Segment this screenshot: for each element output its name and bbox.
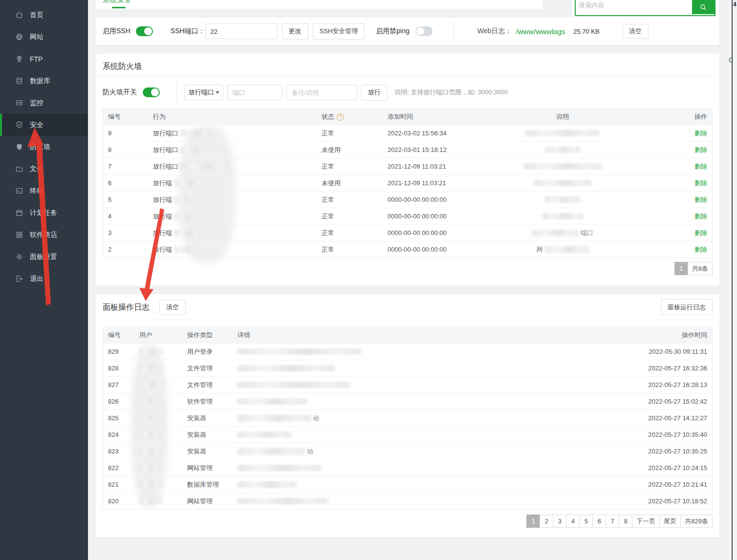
sidebar-item-cron[interactable]: 计划任务 [0,202,88,224]
redacted-text [139,497,162,505]
table-row: 825 安装器 动 2022-05-27 14:12:27 [103,409,712,426]
port-input[interactable] [227,85,282,100]
col-id: 编号 [103,112,148,121]
page-button[interactable]: 4 [566,515,580,528]
redacted-text [139,431,160,438]
panel-runlog-button[interactable]: 面板运行日志 [661,299,713,315]
globe-icon [15,33,23,41]
ssh-port-input[interactable] [205,23,278,39]
col-type: 操作类型 [182,331,233,340]
page-button[interactable]: 1 [674,262,688,275]
delete-link[interactable]: 删除 [694,146,707,153]
sidebar-item-logout[interactable]: 退出 [0,268,88,290]
redacted-text [139,481,161,488]
redacted-text [523,163,602,170]
sidebar-item-home[interactable]: 首页 [0,4,88,26]
page-button[interactable]: 6 [592,515,606,528]
redacted-text [545,196,580,203]
note-input[interactable] [286,85,357,100]
firewall-toggle[interactable] [143,87,160,97]
right-edge-sliver: 4 C [728,0,737,560]
log-clear-button[interactable]: 清空 [159,300,186,315]
redacted-text [238,381,350,388]
table-row: 8 放行端口 未使用 2022-03-01 15:18:12 删除 [103,141,712,158]
delete-link[interactable]: 删除 [694,196,707,203]
status-help-icon[interactable]: ? [337,113,344,121]
sidebar-item-label: 文件 [30,165,43,173]
change-port-button[interactable]: 更改 [282,23,308,40]
page-button[interactable]: 1 [526,515,540,528]
toggle-knob [151,88,159,96]
divider [96,320,719,320]
table-row: 820 网站管理 2022-05-27 10:18:52 [103,493,712,509]
weblog-label: Web日志： [477,27,512,36]
window-edge-line [732,0,733,560]
sidebar-item-label: FTP [30,55,43,63]
sidebar-item-firewall[interactable]: 防火墙 [0,136,88,158]
redacted-text [174,179,203,187]
col-detail: 详情 [233,331,609,340]
rule-type-value: 放行端口 [189,88,214,97]
sidebar-item-label: 安全 [30,121,43,129]
weblog-clear-button[interactable]: 清空 [622,24,649,39]
tab-label: 系统安全 [103,0,145,4]
sidebar-item-label: 计划任务 [30,209,57,217]
rule-type-select[interactable]: 放行端口 [184,85,223,100]
sidebar-item-database[interactable]: 数据库 [0,70,88,92]
search-icon [699,3,707,11]
delete-link[interactable]: 删除 [694,229,707,237]
next-page-button[interactable]: 下一页 [632,515,660,528]
toggle-knob [144,27,152,35]
page-button[interactable]: 5 [579,515,593,528]
delete-link[interactable]: 删除 [694,213,707,220]
search-button[interactable] [692,0,715,14]
col-note: 说明 [505,112,674,121]
ssh-toggle[interactable] [136,26,153,36]
delete-link[interactable]: 删除 [694,179,707,187]
col-user: 用户 [134,331,182,340]
redacted-text [238,414,311,422]
page-button[interactable]: 7 [606,515,619,528]
sidebar-item-website[interactable]: 网站 [0,26,88,48]
page-button[interactable]: 3 [553,515,566,528]
redacted-text [238,464,322,472]
redacted-text [238,431,291,438]
sidebar-item-ftp[interactable]: FTP [0,48,88,70]
redacted-text [545,246,589,253]
folder-icon [15,165,23,173]
redacted-text [139,348,163,355]
ping-toggle[interactable] [415,26,433,36]
redacted-text [238,398,307,405]
page-button[interactable]: 2 [540,515,553,528]
delete-link[interactable]: 删除 [694,129,707,137]
tab-strip: 系统安全 [96,0,542,9]
delete-link[interactable]: 删除 [694,246,707,253]
allow-button[interactable]: 放行 [361,85,388,101]
redacted-text [532,229,579,237]
sidebar-item-label: 监控 [30,99,43,108]
sidebar-item-monitor[interactable]: 监控 [0,92,88,114]
page-button[interactable]: 8 [619,515,632,528]
table-row: 4 放行端 正常 0000-00-00 00:00:00 删除 [103,208,712,224]
divider [176,83,177,102]
sidebar-item-panel-settings[interactable]: 面板设置 [0,246,88,268]
sidebar-item-security[interactable]: 安全 [0,114,88,136]
delete-link[interactable]: 删除 [694,163,707,170]
sidebar-item-terminal[interactable]: 终端 [0,180,88,202]
last-page-button[interactable]: 尾页 [659,515,681,528]
table-row: 829 用户登录 2022-05-30 09:11:31 [103,343,712,360]
search-card [572,0,718,18]
ssh-manage-button[interactable]: SSH安全管理 [313,23,365,40]
sidebar-item-label: 防火墙 [30,143,50,151]
main-content: 系统安全 启用SSH SSH端口： 更改 SSH安全管理 启用禁ping Web… [88,0,728,560]
weblog-path-link[interactable]: /www/wwwlogs [516,27,565,36]
col-action: 行为 [148,112,317,121]
redacted-text [139,365,161,372]
ftp-icon [15,55,23,63]
sidebar-item-files[interactable]: 文件 [0,158,88,180]
sidebar-item-appstore[interactable]: 软件商店 [0,224,88,246]
chevron-down-icon [216,91,219,94]
search-input[interactable] [579,0,689,12]
table-row: 6 放行端 未使用 2021-12-09 11:03:21 删除 [103,174,712,191]
ssh-port-label: SSH端口： [171,27,205,36]
